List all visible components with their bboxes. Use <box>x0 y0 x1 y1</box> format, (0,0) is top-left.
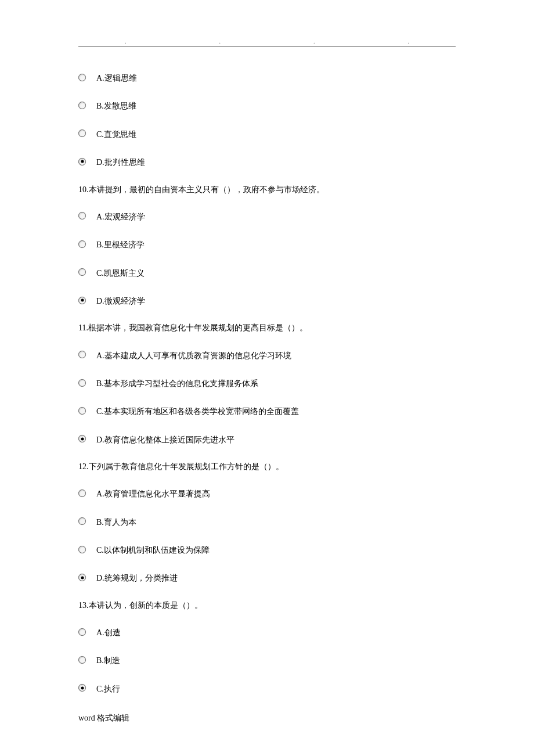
header-separator: . . . . <box>78 35 456 46</box>
option-label: C.以体制机制和队伍建设为保障 <box>96 542 210 557</box>
option-row: A.基本建成人人可享有优质教育资源的信息化学习环境 <box>78 347 456 362</box>
radio-button[interactable] <box>78 74 86 81</box>
option-row: C.直觉思维 <box>78 126 456 141</box>
radio-button[interactable] <box>78 435 86 442</box>
radio-button[interactable] <box>78 574 86 581</box>
questions-container: A.逻辑思维B.发散思维C.直觉思维D.批判性思维10.本讲提到，最初的自由资本… <box>78 70 456 696</box>
radio-button[interactable] <box>78 158 86 165</box>
radio-button[interactable] <box>78 297 86 304</box>
option-label: B.里根经济学 <box>96 236 145 251</box>
option-label: A.教育管理信息化水平显著提高 <box>96 485 210 501</box>
option-row: D.统筹规划，分类推进 <box>78 570 456 585</box>
header-dot: . <box>219 38 221 45</box>
option-label: B.基本形成学习型社会的信息化支撑服务体系 <box>96 375 258 390</box>
radio-button[interactable] <box>78 351 86 358</box>
question-text: 10.本讲提到，最初的自由资本主义只有（），政府不参与市场经济。 <box>78 182 456 197</box>
option-label: A.创造 <box>96 624 121 639</box>
radio-button[interactable] <box>78 684 86 692</box>
header-dot: . <box>313 38 315 45</box>
question-text: 13.本讲认为，创新的本质是（）。 <box>78 598 456 613</box>
radio-button[interactable] <box>78 517 86 525</box>
option-row: A.教育管理信息化水平显著提高 <box>78 485 456 501</box>
footer-text: word 格式编辑 <box>78 713 456 723</box>
radio-button[interactable] <box>78 240 86 248</box>
header-dots-row: . . . . <box>78 38 456 45</box>
option-row: B.制造 <box>78 652 456 667</box>
option-label: C.基本实现所有地区和各级各类学校宽带网络的全面覆盖 <box>96 403 299 418</box>
radio-button[interactable] <box>78 489 86 497</box>
option-label: B.发散思维 <box>96 98 136 113</box>
radio-button[interactable] <box>78 129 86 137</box>
radio-button[interactable] <box>78 628 86 636</box>
option-label: D.批判性思维 <box>96 154 145 169</box>
radio-button[interactable] <box>78 212 86 219</box>
radio-button[interactable] <box>78 546 86 553</box>
option-label: A.逻辑思维 <box>96 70 137 85</box>
option-row: A.宏观经济学 <box>78 208 456 224</box>
radio-button[interactable] <box>78 268 86 276</box>
option-row: C.凯恩斯主义 <box>78 265 456 280</box>
option-label: D.教育信息化整体上接近国际先进水平 <box>96 431 234 447</box>
option-row: D.微观经济学 <box>78 293 456 308</box>
document-page: . . . . A.逻辑思维B.发散思维C.直觉思维D.批判性思维10.本讲提到… <box>0 0 534 741</box>
option-row: D.教育信息化整体上接近国际先进水平 <box>78 431 456 447</box>
radio-button[interactable] <box>78 656 86 664</box>
option-label: C.执行 <box>96 681 120 696</box>
option-row: B.发散思维 <box>78 98 456 113</box>
option-row: D.批判性思维 <box>78 154 456 169</box>
radio-button[interactable] <box>78 102 86 109</box>
radio-button[interactable] <box>78 407 86 415</box>
option-row: C.基本实现所有地区和各级各类学校宽带网络的全面覆盖 <box>78 403 456 418</box>
option-label: A.宏观经济学 <box>96 208 145 224</box>
radio-button[interactable] <box>78 379 86 387</box>
option-label: C.凯恩斯主义 <box>96 265 145 280</box>
option-row: B.育人为本 <box>78 514 456 529</box>
option-row: C.以体制机制和队伍建设为保障 <box>78 542 456 557</box>
option-label: B.育人为本 <box>96 514 136 529</box>
option-row: A.逻辑思维 <box>78 70 456 85</box>
header-dot: . <box>408 38 410 45</box>
option-label: B.制造 <box>96 652 120 667</box>
question-text: 12.下列属于教育信息化十年发展规划工作方针的是（）。 <box>78 459 456 474</box>
option-row: B.基本形成学习型社会的信息化支撑服务体系 <box>78 375 456 390</box>
option-row: A.创造 <box>78 624 456 639</box>
question-text: 11.根据本讲，我国教育信息化十年发展规划的更高目标是（）。 <box>78 321 456 335</box>
option-label: D.统筹规划，分类推进 <box>96 570 178 585</box>
option-row: C.执行 <box>78 681 456 696</box>
header-dot: . <box>125 38 127 45</box>
option-row: B.里根经济学 <box>78 236 456 251</box>
option-label: A.基本建成人人可享有优质教育资源的信息化学习环境 <box>96 347 291 362</box>
option-label: D.微观经济学 <box>96 293 145 308</box>
option-label: C.直觉思维 <box>96 126 136 141</box>
